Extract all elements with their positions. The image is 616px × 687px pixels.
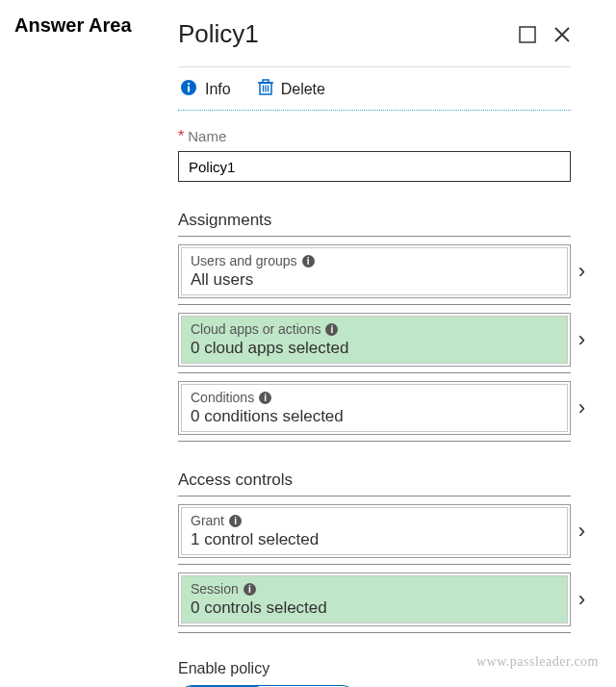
assignments-users-groups[interactable]: Users and groupsi All users › — [178, 244, 571, 298]
item-label: Users and groups — [191, 253, 297, 268]
trash-icon — [258, 79, 273, 100]
chevron-right-icon: › — [578, 259, 585, 284]
maximize-icon[interactable] — [519, 26, 536, 43]
chevron-right-icon: › — [578, 327, 585, 352]
item-value: 0 cloud apps selected — [191, 339, 558, 358]
item-value: 0 conditions selected — [191, 407, 558, 426]
policy-panel: Policy1 Info Delete *Name Assignments — [178, 19, 571, 687]
item-value: 0 controls selected — [191, 598, 558, 618]
delete-label: Delete — [281, 81, 325, 98]
access-session[interactable]: Sessioni 0 controls selected › — [178, 572, 571, 626]
info-badge-icon: i — [229, 515, 242, 527]
access-grant[interactable]: Granti 1 control selected › — [178, 504, 571, 558]
info-icon — [180, 79, 197, 100]
close-icon[interactable] — [553, 26, 571, 43]
item-label: Grant — [191, 513, 224, 528]
watermark-text: www.passleader.com — [476, 654, 599, 670]
assignments-cloud-apps[interactable]: Cloud apps or actionsi 0 cloud apps sele… — [178, 313, 571, 367]
assignments-heading: Assignments — [178, 211, 571, 237]
svg-rect-4 — [188, 87, 190, 92]
info-badge-icon: i — [244, 583, 256, 596]
svg-rect-0 — [520, 27, 535, 42]
item-label: Cloud apps or actions — [191, 321, 321, 337]
item-label: Session — [191, 581, 239, 597]
access-controls-heading: Access controls — [178, 471, 571, 496]
panel-header: Policy1 — [178, 19, 571, 67]
item-value: 1 control selected — [191, 530, 558, 549]
info-badge-icon: i — [302, 255, 315, 267]
name-label: Name — [188, 128, 226, 144]
panel-title: Policy1 — [178, 19, 259, 49]
name-field: *Name — [178, 128, 571, 182]
chevron-right-icon: › — [578, 587, 585, 612]
svg-rect-5 — [188, 83, 190, 85]
panel-toolbar: Info Delete — [178, 67, 571, 111]
assignments-conditions[interactable]: Conditionsi 0 conditions selected › — [178, 381, 571, 435]
chevron-right-icon: › — [578, 395, 585, 420]
required-star: * — [178, 128, 184, 144]
name-input[interactable] — [178, 151, 571, 182]
answer-area-label: Answer Area — [14, 14, 132, 37]
item-label: Conditions — [191, 390, 254, 405]
svg-rect-8 — [263, 80, 269, 83]
delete-button[interactable]: Delete — [258, 79, 325, 100]
info-button[interactable]: Info — [180, 79, 231, 100]
info-label: Info — [205, 81, 231, 98]
info-badge-icon: i — [325, 323, 338, 336]
item-value: All users — [191, 270, 558, 290]
info-badge-icon: i — [259, 392, 271, 404]
chevron-right-icon: › — [578, 519, 585, 544]
